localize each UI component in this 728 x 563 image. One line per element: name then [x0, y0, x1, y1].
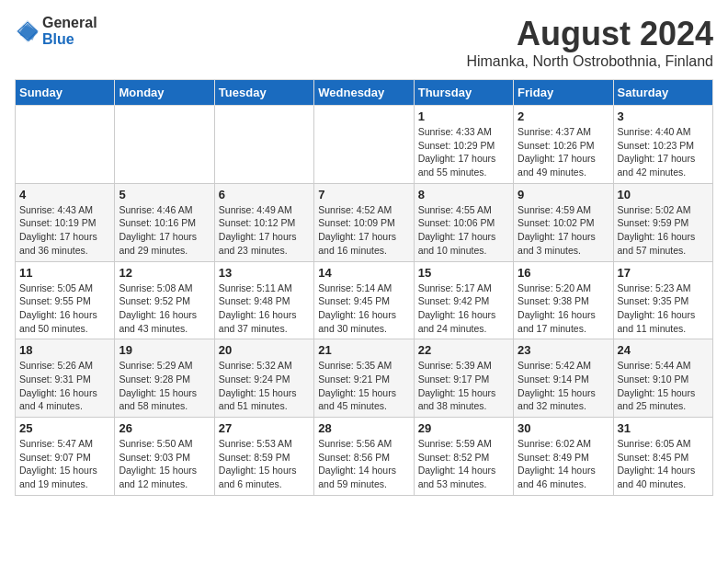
day-cell: 28Sunrise: 5:56 AM Sunset: 8:56 PM Dayli… [314, 418, 414, 496]
day-cell: 10Sunrise: 5:02 AM Sunset: 9:59 PM Dayli… [613, 183, 712, 261]
day-cell: 7Sunrise: 4:52 AM Sunset: 10:09 PM Dayli… [314, 183, 414, 261]
day-cell: 24Sunrise: 5:44 AM Sunset: 9:10 PM Dayli… [613, 339, 712, 418]
title-section: August 2024 Himanka, North Ostrobothnia,… [466, 15, 713, 70]
day-info: Sunrise: 5:50 AM Sunset: 9:03 PM Dayligh… [119, 437, 210, 491]
day-info: Sunrise: 4:49 AM Sunset: 10:12 PM Daylig… [219, 203, 310, 258]
header-thursday: Thursday [414, 80, 513, 106]
day-number: 26 [119, 421, 210, 435]
day-number: 21 [318, 343, 409, 357]
day-cell: 2Sunrise: 4:37 AM Sunset: 10:26 PM Dayli… [514, 106, 613, 184]
day-number: 19 [119, 343, 210, 357]
day-cell: 12Sunrise: 5:08 AM Sunset: 9:52 PM Dayli… [115, 261, 214, 339]
week-row-2: 4Sunrise: 4:43 AM Sunset: 10:19 PM Dayli… [16, 183, 713, 261]
day-info: Sunrise: 5:39 AM Sunset: 9:17 PM Dayligh… [418, 359, 509, 413]
day-info: Sunrise: 4:40 AM Sunset: 10:23 PM Daylig… [618, 125, 709, 179]
day-number: 2 [518, 109, 609, 123]
day-cell: 8Sunrise: 4:55 AM Sunset: 10:06 PM Dayli… [414, 183, 513, 261]
day-cell: 9Sunrise: 4:59 AM Sunset: 10:02 PM Dayli… [514, 183, 613, 261]
day-info: Sunrise: 4:52 AM Sunset: 10:09 PM Daylig… [318, 203, 409, 258]
day-number: 14 [318, 266, 409, 280]
day-cell: 6Sunrise: 4:49 AM Sunset: 10:12 PM Dayli… [214, 183, 313, 261]
day-cell: 14Sunrise: 5:14 AM Sunset: 9:45 PM Dayli… [314, 261, 414, 339]
day-number: 28 [318, 421, 409, 435]
day-info: Sunrise: 6:05 AM Sunset: 8:45 PM Dayligh… [618, 437, 709, 491]
day-info: Sunrise: 5:53 AM Sunset: 8:59 PM Dayligh… [219, 437, 310, 491]
day-cell: 30Sunrise: 6:02 AM Sunset: 8:49 PM Dayli… [514, 418, 613, 496]
header-monday: Monday [115, 80, 214, 106]
day-number: 17 [618, 266, 709, 280]
day-info: Sunrise: 5:29 AM Sunset: 9:28 PM Dayligh… [119, 359, 210, 413]
day-cell: 27Sunrise: 5:53 AM Sunset: 8:59 PM Dayli… [214, 418, 313, 496]
day-cell: 19Sunrise: 5:29 AM Sunset: 9:28 PM Dayli… [115, 339, 214, 418]
day-number: 31 [618, 421, 709, 435]
day-info: Sunrise: 4:43 AM Sunset: 10:19 PM Daylig… [19, 203, 110, 258]
logo-icon [15, 18, 40, 44]
day-number: 25 [19, 421, 110, 435]
day-number: 10 [618, 188, 709, 201]
day-number: 5 [119, 188, 210, 201]
day-number: 23 [518, 343, 609, 357]
day-cell: 25Sunrise: 5:47 AM Sunset: 9:07 PM Dayli… [16, 418, 115, 496]
day-cell: 11Sunrise: 5:05 AM Sunset: 9:55 PM Dayli… [16, 261, 115, 339]
week-row-4: 18Sunrise: 5:26 AM Sunset: 9:31 PM Dayli… [16, 339, 713, 418]
logo-text: General Blue [42, 15, 97, 47]
day-cell [214, 106, 313, 184]
day-cell [115, 106, 214, 184]
day-info: Sunrise: 5:05 AM Sunset: 9:55 PM Dayligh… [19, 282, 110, 336]
day-cell: 16Sunrise: 5:20 AM Sunset: 9:38 PM Dayli… [514, 261, 613, 339]
day-cell: 4Sunrise: 4:43 AM Sunset: 10:19 PM Dayli… [16, 183, 115, 261]
page-header: General Blue August 2024 Himanka, North … [15, 15, 713, 70]
calendar-table: SundayMondayTuesdayWednesdayThursdayFrid… [15, 79, 713, 496]
day-cell: 18Sunrise: 5:26 AM Sunset: 9:31 PM Dayli… [16, 339, 115, 418]
day-number: 1 [418, 109, 509, 123]
day-info: Sunrise: 5:42 AM Sunset: 9:14 PM Dayligh… [518, 359, 609, 413]
week-row-3: 11Sunrise: 5:05 AM Sunset: 9:55 PM Dayli… [16, 261, 713, 339]
day-number: 29 [418, 421, 509, 435]
header-tuesday: Tuesday [214, 80, 313, 106]
day-cell [314, 106, 414, 184]
day-info: Sunrise: 5:44 AM Sunset: 9:10 PM Dayligh… [618, 359, 709, 413]
day-cell: 13Sunrise: 5:11 AM Sunset: 9:48 PM Dayli… [214, 261, 313, 339]
day-number: 16 [518, 266, 609, 280]
day-info: Sunrise: 5:02 AM Sunset: 9:59 PM Dayligh… [618, 203, 709, 258]
day-number: 20 [219, 343, 310, 357]
day-info: Sunrise: 5:08 AM Sunset: 9:52 PM Dayligh… [119, 282, 210, 336]
day-info: Sunrise: 5:14 AM Sunset: 9:45 PM Dayligh… [318, 282, 409, 336]
day-info: Sunrise: 5:23 AM Sunset: 9:35 PM Dayligh… [618, 282, 709, 336]
day-number: 8 [418, 188, 509, 201]
day-number: 18 [19, 343, 110, 357]
day-info: Sunrise: 4:37 AM Sunset: 10:26 PM Daylig… [518, 125, 609, 179]
day-cell: 3Sunrise: 4:40 AM Sunset: 10:23 PM Dayli… [613, 106, 712, 184]
day-info: Sunrise: 5:56 AM Sunset: 8:56 PM Dayligh… [318, 437, 409, 491]
day-info: Sunrise: 5:32 AM Sunset: 9:24 PM Dayligh… [219, 359, 310, 413]
day-number: 22 [418, 343, 509, 357]
day-info: Sunrise: 5:47 AM Sunset: 9:07 PM Dayligh… [19, 437, 110, 491]
logo: General Blue [15, 15, 97, 47]
day-number: 6 [219, 188, 310, 201]
header-wednesday: Wednesday [314, 80, 414, 106]
week-row-1: 1Sunrise: 4:33 AM Sunset: 10:29 PM Dayli… [16, 106, 713, 184]
day-cell: 20Sunrise: 5:32 AM Sunset: 9:24 PM Dayli… [214, 339, 313, 418]
day-info: Sunrise: 5:59 AM Sunset: 8:52 PM Dayligh… [418, 437, 509, 491]
header-sunday: Sunday [16, 80, 115, 106]
day-cell: 29Sunrise: 5:59 AM Sunset: 8:52 PM Dayli… [414, 418, 513, 496]
logo-blue: Blue [42, 31, 97, 48]
day-cell: 15Sunrise: 5:17 AM Sunset: 9:42 PM Dayli… [414, 261, 513, 339]
day-cell: 17Sunrise: 5:23 AM Sunset: 9:35 PM Dayli… [613, 261, 712, 339]
logo-general: General [42, 15, 97, 31]
day-info: Sunrise: 4:55 AM Sunset: 10:06 PM Daylig… [418, 203, 509, 258]
day-number: 9 [518, 188, 609, 201]
day-number: 30 [518, 421, 609, 435]
day-number: 24 [618, 343, 709, 357]
day-number: 3 [618, 109, 709, 123]
week-row-5: 25Sunrise: 5:47 AM Sunset: 9:07 PM Dayli… [16, 418, 713, 496]
day-info: Sunrise: 4:59 AM Sunset: 10:02 PM Daylig… [518, 203, 609, 258]
day-cell: 21Sunrise: 5:35 AM Sunset: 9:21 PM Dayli… [314, 339, 414, 418]
day-info: Sunrise: 5:17 AM Sunset: 9:42 PM Dayligh… [418, 282, 509, 336]
day-cell: 23Sunrise: 5:42 AM Sunset: 9:14 PM Dayli… [514, 339, 613, 418]
calendar-subtitle: Himanka, North Ostrobothnia, Finland [466, 53, 713, 70]
day-cell [16, 106, 115, 184]
day-cell: 31Sunrise: 6:05 AM Sunset: 8:45 PM Dayli… [613, 418, 712, 496]
day-cell: 22Sunrise: 5:39 AM Sunset: 9:17 PM Dayli… [414, 339, 513, 418]
day-info: Sunrise: 4:46 AM Sunset: 10:16 PM Daylig… [119, 203, 210, 258]
